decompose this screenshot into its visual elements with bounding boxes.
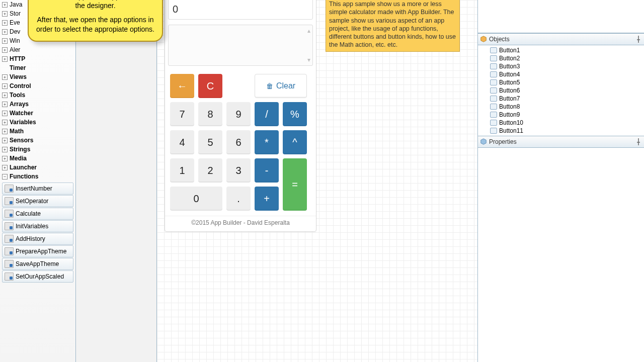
expand-icon[interactable]: +	[2, 111, 8, 116]
tree-item-aler[interactable]: +Aler	[0, 45, 75, 54]
object-label: Button3	[499, 63, 520, 70]
key-8[interactable]: 8	[198, 102, 222, 126]
expand-icon[interactable]: +	[2, 83, 8, 89]
expand-icon[interactable]: +	[2, 47, 8, 53]
function-prepareapptheme[interactable]: PrepareAppTheme	[2, 245, 73, 257]
collapse-icon[interactable]: −	[2, 174, 8, 179]
tree-label: Arrays	[10, 101, 29, 108]
expand-icon[interactable]: +	[2, 165, 8, 170]
expand-icon[interactable]: +	[2, 38, 8, 44]
tree-item-watcher[interactable]: +Watcher	[0, 109, 75, 118]
function-initvariables[interactable]: InitVariables	[2, 220, 73, 232]
expand-icon[interactable]: +	[2, 74, 8, 80]
tree-item-strings[interactable]: +Strings	[0, 145, 75, 154]
calc-display[interactable]: 0	[168, 0, 313, 20]
key-1[interactable]: 1	[170, 158, 194, 183]
app-root: +Java+Stor+Eve+Dev+Win+Aler+HTTPTimer+Vi…	[0, 0, 644, 362]
back-button[interactable]: ←	[170, 74, 194, 98]
object-button9[interactable]: Button9	[478, 111, 644, 119]
objects-list[interactable]: Button1Button2Button3Button4Button5Butto…	[478, 45, 644, 136]
object-button11[interactable]: Button11	[478, 127, 644, 135]
calc-display-value: 0	[173, 4, 178, 15]
c-button[interactable]: C	[198, 74, 222, 98]
object-button3[interactable]: Button3	[478, 62, 644, 70]
object-icon	[490, 79, 497, 85]
pin-icon[interactable]	[636, 138, 641, 145]
object-button10[interactable]: Button10	[478, 119, 644, 127]
function-setoperator[interactable]: SetOperator	[2, 195, 73, 207]
expand-icon[interactable]: +	[2, 147, 8, 152]
object-button1[interactable]: Button1	[478, 46, 644, 54]
chevron-up-icon[interactable]: ▴	[307, 27, 310, 34]
key-divide[interactable]: /	[255, 102, 279, 126]
object-button2[interactable]: Button2	[478, 54, 644, 62]
function-calculate[interactable]: Calculate	[2, 208, 73, 220]
expand-icon[interactable]: +	[2, 120, 8, 125]
key-minus[interactable]: -	[255, 158, 279, 183]
expand-icon[interactable]: +	[2, 138, 8, 143]
function-setourappscaled[interactable]: SetOurAppScaled	[2, 270, 73, 283]
key-percent[interactable]: %	[283, 102, 307, 126]
expand-icon[interactable]: +	[2, 102, 8, 107]
objects-title: Objects	[489, 36, 510, 43]
expand-icon[interactable]: +	[2, 20, 8, 26]
object-button8[interactable]: Button8	[478, 103, 644, 111]
function-icon	[5, 197, 14, 205]
key-5[interactable]: 5	[198, 130, 222, 154]
key-6[interactable]: 6	[226, 130, 251, 154]
key-multiply[interactable]: *	[255, 130, 279, 154]
key-7[interactable]: 7	[170, 102, 194, 126]
tree-item-functions[interactable]: −Functions	[0, 172, 75, 181]
tree-label: Watcher	[10, 110, 33, 117]
function-insertnumber[interactable]: InsertNumber	[2, 183, 73, 195]
tree-item-timer[interactable]: Timer	[0, 63, 75, 72]
expand-icon[interactable]: +	[2, 93, 8, 98]
function-addhistory[interactable]: AddHistory	[2, 233, 73, 245]
expand-icon[interactable]: +	[2, 11, 8, 17]
key-plus[interactable]: +	[255, 187, 279, 211]
tree-item-arrays[interactable]: +Arrays	[0, 100, 75, 109]
objects-header[interactable]: Objects	[478, 33, 644, 45]
key-0[interactable]: 0	[170, 187, 222, 211]
properties-header[interactable]: Properties	[478, 136, 644, 148]
function-saveapptheme[interactable]: SaveAppTheme	[2, 258, 73, 270]
object-button7[interactable]: Button7	[478, 95, 644, 103]
tree-item-variables[interactable]: +Variables	[0, 118, 75, 127]
tree-item-media[interactable]: +Media	[0, 154, 75, 163]
object-button4[interactable]: Button4	[478, 70, 644, 78]
calc-history[interactable]: ▴ ▾	[168, 25, 313, 66]
expand-icon[interactable]: +	[2, 2, 8, 8]
tree-item-launcher[interactable]: +Launcher	[0, 163, 75, 172]
tree-item-http[interactable]: +HTTP	[0, 54, 75, 63]
functions-list: InsertNumberSetOperatorCalculateInitVari…	[0, 181, 75, 284]
object-icon	[490, 96, 497, 102]
key-4[interactable]: 4	[170, 130, 194, 154]
key-power[interactable]: ^	[283, 130, 307, 154]
key-9[interactable]: 9	[226, 102, 251, 126]
expand-icon[interactable]: +	[2, 129, 8, 134]
tree-label: HTTP	[10, 55, 25, 62]
key-2[interactable]: 2	[198, 158, 222, 183]
pin-icon[interactable]	[636, 36, 641, 43]
tree-item-sensors[interactable]: +Sensors	[0, 136, 75, 145]
designer-canvas[interactable]: 0 ▴ ▾ ← C Clear 7 8 9 / % 4 5	[157, 0, 477, 362]
tree-item-control[interactable]: +Control	[0, 81, 75, 90]
tree-item-views[interactable]: +Views	[0, 72, 75, 81]
object-button6[interactable]: Button6	[478, 86, 644, 95]
calc-footer: ©2015 App Builder - David Esperalta	[165, 216, 316, 228]
chevron-down-icon[interactable]: ▾	[307, 56, 310, 63]
clear-button[interactable]: Clear	[255, 74, 307, 98]
tree-item-tools[interactable]: +Tools	[0, 90, 75, 100]
expand-icon[interactable]: +	[2, 29, 8, 35]
expand-icon[interactable]: +	[2, 156, 8, 161]
key-3[interactable]: 3	[226, 158, 251, 183]
tree-label: Views	[10, 73, 27, 80]
object-label: Button7	[499, 95, 520, 102]
calculator-card: 0 ▴ ▾ ← C Clear 7 8 9 / % 4 5	[165, 0, 316, 232]
key-dot[interactable]: .	[226, 187, 251, 211]
tree-item-math[interactable]: +Math	[0, 127, 75, 136]
expand-icon[interactable]: +	[2, 56, 8, 62]
key-equals[interactable]: =	[283, 158, 307, 211]
tree-label: Dev	[10, 28, 20, 35]
object-button5[interactable]: Button5	[478, 78, 644, 86]
